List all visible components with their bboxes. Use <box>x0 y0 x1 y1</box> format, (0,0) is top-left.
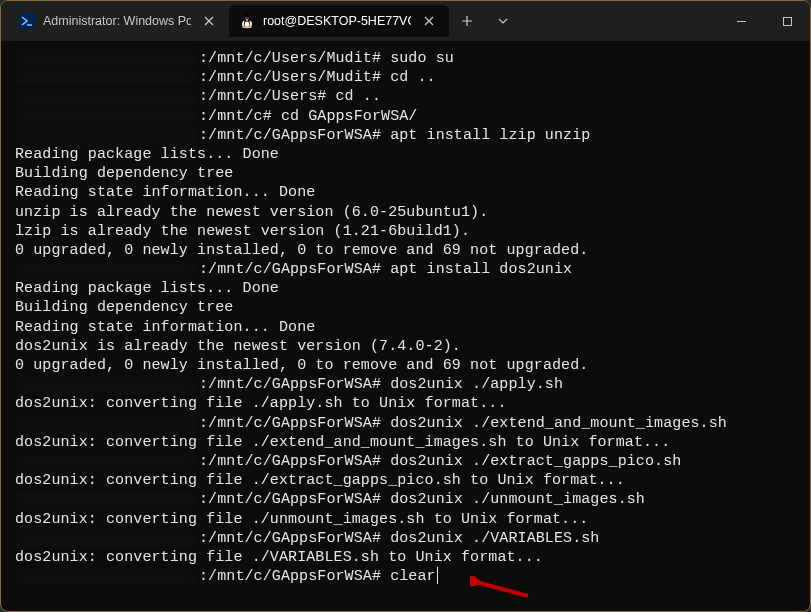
terminal-line: Building dependency tree <box>15 298 796 317</box>
tab-linux-active[interactable]: root@DESKTOP-5HE77VO: /mn <box>229 5 449 37</box>
terminal-line: lzip is already the newest version (1.21… <box>15 222 796 241</box>
terminal-line: :/mnt/c/Users# cd .. <box>15 87 796 106</box>
redacted-host <box>15 529 199 548</box>
redacted-host <box>15 49 199 68</box>
svg-point-9 <box>247 17 248 18</box>
terminal-line: :/mnt/c/GAppsForWSA# dos2unix ./VARIABLE… <box>15 529 796 548</box>
terminal-line: Reading package lists... Done <box>15 145 796 164</box>
powershell-icon <box>19 13 35 29</box>
prompt-and-command: :/mnt/c/Users/Mudit# cd .. <box>199 68 436 87</box>
redacted-host <box>15 375 199 394</box>
output-text: dos2unix: converting file ./VARIABLES.sh… <box>15 548 543 567</box>
prompt-and-command: :/mnt/c# cd GAppsForWSA/ <box>199 107 417 126</box>
terminal-line: :/mnt/c/GAppsForWSA# dos2unix ./extend_a… <box>15 414 796 433</box>
prompt-and-command: :/mnt/c/GAppsForWSA# apt install lzip un… <box>199 126 590 145</box>
output-text: unzip is already the newest version (6.0… <box>15 203 488 222</box>
svg-point-8 <box>245 17 246 18</box>
cursor <box>437 567 439 584</box>
new-tab-button[interactable] <box>449 3 485 39</box>
tab-label: Administrator: Windows PowerS <box>43 14 191 28</box>
tab-label: root@DESKTOP-5HE77VO: /mn <box>263 14 411 28</box>
titlebar: Administrator: Windows PowerS <box>1 1 810 41</box>
terminal-window: Administrator: Windows PowerS <box>0 0 811 612</box>
terminal-line: :/mnt/c/GAppsForWSA# dos2unix ./apply.sh <box>15 375 796 394</box>
prompt-and-command: :/mnt/c/Users# cd .. <box>199 87 381 106</box>
output-text: Reading package lists... Done <box>15 279 279 298</box>
terminal-line: dos2unix is already the newest version (… <box>15 337 796 356</box>
maximize-button[interactable] <box>764 1 810 41</box>
prompt-and-command: :/mnt/c/GAppsForWSA# clear <box>199 567 436 586</box>
terminal-output[interactable]: :/mnt/c/Users/Mudit# sudo su :/mnt/c/Use… <box>1 41 810 611</box>
redacted-host <box>15 126 199 145</box>
output-text: dos2unix: converting file ./unmount_imag… <box>15 510 588 529</box>
redacted-host <box>15 68 199 87</box>
terminal-line: :/mnt/c/Users/Mudit# sudo su <box>15 49 796 68</box>
terminal-line: :/mnt/c/GAppsForWSA# dos2unix ./extract_… <box>15 452 796 471</box>
terminal-line: Building dependency tree <box>15 164 796 183</box>
output-text: dos2unix: converting file ./extend_and_m… <box>15 433 670 452</box>
redacted-host <box>15 260 199 279</box>
terminal-line: :/mnt/c/Users/Mudit# cd .. <box>15 68 796 87</box>
terminal-line: :/mnt/c/GAppsForWSA# apt install lzip un… <box>15 126 796 145</box>
tux-icon <box>239 13 255 29</box>
output-text: Reading state information... Done <box>15 183 315 202</box>
redacted-host <box>15 87 199 106</box>
output-text: Building dependency tree <box>15 164 233 183</box>
svg-point-7 <box>245 22 250 27</box>
terminal-line: dos2unix: converting file ./unmount_imag… <box>15 510 796 529</box>
svg-point-12 <box>248 26 252 28</box>
prompt-and-command: :/mnt/c/GAppsForWSA# dos2unix ./VARIABLE… <box>199 529 599 548</box>
terminal-line: dos2unix: converting file ./extract_gapp… <box>15 471 796 490</box>
terminal-line: :/mnt/c/GAppsForWSA# apt install dos2uni… <box>15 260 796 279</box>
redacted-host <box>15 452 199 471</box>
output-text: 0 upgraded, 0 newly installed, 0 to remo… <box>15 356 588 375</box>
tab-powershell[interactable]: Administrator: Windows PowerS <box>9 5 229 37</box>
terminal-line: :/mnt/c# cd GAppsForWSA/ <box>15 107 796 126</box>
terminal-line: Reading package lists... Done <box>15 279 796 298</box>
terminal-line: dos2unix: converting file ./VARIABLES.sh… <box>15 548 796 567</box>
svg-point-10 <box>246 19 249 21</box>
close-icon[interactable] <box>419 11 439 31</box>
tab-dropdown-button[interactable] <box>485 3 521 39</box>
terminal-line: 0 upgraded, 0 newly installed, 0 to remo… <box>15 356 796 375</box>
output-text: dos2unix is already the newest version (… <box>15 337 461 356</box>
prompt-and-command: :/mnt/c/GAppsForWSA# dos2unix ./apply.sh <box>199 375 563 394</box>
prompt-and-command: :/mnt/c/GAppsForWSA# apt install dos2uni… <box>199 260 572 279</box>
terminal-line: dos2unix: converting file ./apply.sh to … <box>15 394 796 413</box>
output-text: dos2unix: converting file ./extract_gapp… <box>15 471 625 490</box>
redacted-host <box>15 567 199 586</box>
output-text: Reading state information... Done <box>15 318 315 337</box>
output-text: Building dependency tree <box>15 298 233 317</box>
output-text: lzip is already the newest version (1.21… <box>15 222 470 241</box>
svg-rect-18 <box>783 17 791 25</box>
terminal-line: 0 upgraded, 0 newly installed, 0 to remo… <box>15 241 796 260</box>
terminal-line: unzip is already the newest version (6.0… <box>15 203 796 222</box>
redacted-host <box>15 414 199 433</box>
prompt-and-command: :/mnt/c/GAppsForWSA# dos2unix ./extend_a… <box>199 414 727 433</box>
terminal-line: :/mnt/c/GAppsForWSA# dos2unix ./unmount_… <box>15 490 796 509</box>
prompt-and-command: :/mnt/c/GAppsForWSA# dos2unix ./unmount_… <box>199 490 645 509</box>
terminal-line: Reading state information... Done <box>15 183 796 202</box>
terminal-line: :/mnt/c/GAppsForWSA# clear <box>15 567 796 586</box>
redacted-host <box>15 490 199 509</box>
output-text: Reading package lists... Done <box>15 145 279 164</box>
redacted-host <box>15 107 199 126</box>
terminal-line: dos2unix: converting file ./extend_and_m… <box>15 433 796 452</box>
prompt-and-command: :/mnt/c/Users/Mudit# sudo su <box>199 49 454 68</box>
prompt-and-command: :/mnt/c/GAppsForWSA# dos2unix ./extract_… <box>199 452 681 471</box>
close-icon[interactable] <box>199 11 219 31</box>
output-text: 0 upgraded, 0 newly installed, 0 to remo… <box>15 241 588 260</box>
terminal-line: Reading state information... Done <box>15 318 796 337</box>
output-text: dos2unix: converting file ./apply.sh to … <box>15 394 506 413</box>
svg-point-11 <box>242 26 246 28</box>
minimize-button[interactable] <box>718 1 764 41</box>
window-controls <box>718 1 810 41</box>
